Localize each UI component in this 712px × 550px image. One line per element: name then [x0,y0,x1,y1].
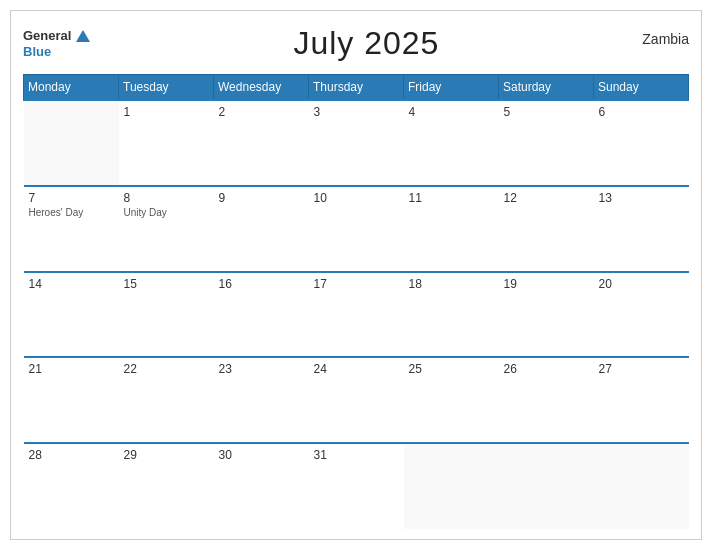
day-number: 16 [219,277,304,291]
holiday-label: Heroes' Day [29,207,114,218]
calendar-cell: 25 [404,357,499,443]
calendar-cell: 16 [214,272,309,358]
day-number: 15 [124,277,209,291]
logo-triangle-icon [76,30,90,42]
header-saturday: Saturday [499,75,594,101]
calendar-week-row: 28293031 [24,443,689,529]
day-number: 3 [314,105,399,119]
calendar-cell: 19 [499,272,594,358]
calendar-container: General Blue July 2025 Zambia Monday Tue… [10,10,702,540]
day-number: 18 [409,277,494,291]
header-wednesday: Wednesday [214,75,309,101]
header-sunday: Sunday [594,75,689,101]
day-number: 13 [599,191,684,205]
day-number: 9 [219,191,304,205]
day-number: 26 [504,362,589,376]
day-number: 30 [219,448,304,462]
calendar-cell: 22 [119,357,214,443]
calendar-cell: 29 [119,443,214,529]
day-number: 17 [314,277,399,291]
calendar-week-row: 7Heroes' Day8Unity Day910111213 [24,186,689,272]
day-number: 4 [409,105,494,119]
calendar-cell: 8Unity Day [119,186,214,272]
day-number: 1 [124,105,209,119]
calendar-cell: 12 [499,186,594,272]
logo-general-text: General [23,28,71,44]
day-number: 20 [599,277,684,291]
calendar-cell [594,443,689,529]
day-number: 5 [504,105,589,119]
calendar-cell: 26 [499,357,594,443]
calendar-cell: 2 [214,100,309,186]
calendar-cell: 20 [594,272,689,358]
logo: General Blue [23,28,90,59]
calendar-cell: 4 [404,100,499,186]
day-number: 8 [124,191,209,205]
calendar-cell [24,100,119,186]
day-number: 6 [599,105,684,119]
calendar-cell: 1 [119,100,214,186]
calendar-header: General Blue July 2025 Zambia [23,21,689,66]
calendar-cell: 15 [119,272,214,358]
calendar-cell: 5 [499,100,594,186]
day-number: 29 [124,448,209,462]
day-number: 12 [504,191,589,205]
header-friday: Friday [404,75,499,101]
calendar-cell [404,443,499,529]
header-thursday: Thursday [309,75,404,101]
weekday-header-row: Monday Tuesday Wednesday Thursday Friday… [24,75,689,101]
calendar-cell: 18 [404,272,499,358]
calendar-week-row: 123456 [24,100,689,186]
day-number: 7 [29,191,114,205]
day-number: 25 [409,362,494,376]
calendar-week-row: 14151617181920 [24,272,689,358]
calendar-cell: 9 [214,186,309,272]
calendar-cell: 30 [214,443,309,529]
calendar-cell: 28 [24,443,119,529]
day-number: 11 [409,191,494,205]
logo-blue-text: Blue [23,44,51,60]
day-number: 23 [219,362,304,376]
calendar-cell: 24 [309,357,404,443]
day-number: 28 [29,448,114,462]
holiday-label: Unity Day [124,207,209,218]
day-number: 22 [124,362,209,376]
calendar-cell [499,443,594,529]
calendar-cell: 10 [309,186,404,272]
calendar-cell: 13 [594,186,689,272]
calendar-cell: 6 [594,100,689,186]
day-number: 27 [599,362,684,376]
header-monday: Monday [24,75,119,101]
day-number: 31 [314,448,399,462]
day-number: 21 [29,362,114,376]
day-number: 19 [504,277,589,291]
day-number: 14 [29,277,114,291]
month-title: July 2025 [293,25,439,62]
calendar-cell: 27 [594,357,689,443]
calendar-cell: 3 [309,100,404,186]
day-number: 10 [314,191,399,205]
calendar-cell: 14 [24,272,119,358]
country-label: Zambia [642,25,689,47]
day-number: 24 [314,362,399,376]
calendar-cell: 23 [214,357,309,443]
calendar-cell: 31 [309,443,404,529]
calendar-week-row: 21222324252627 [24,357,689,443]
calendar-cell: 17 [309,272,404,358]
header-tuesday: Tuesday [119,75,214,101]
day-number: 2 [219,105,304,119]
calendar-cell: 21 [24,357,119,443]
calendar-cell: 11 [404,186,499,272]
calendar-table: Monday Tuesday Wednesday Thursday Friday… [23,74,689,529]
calendar-cell: 7Heroes' Day [24,186,119,272]
